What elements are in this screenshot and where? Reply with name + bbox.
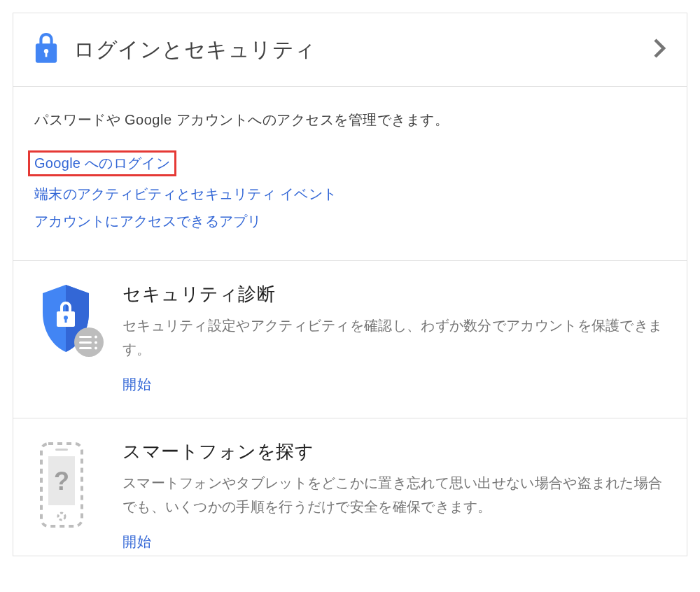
svg-rect-6 — [79, 341, 92, 344]
start-button[interactable]: 開始 — [122, 376, 151, 392]
section-title: セキュリティ診断 — [122, 282, 666, 306]
svg-point-10 — [94, 347, 97, 350]
svg-rect-5 — [79, 336, 92, 338]
phone-question-icon: ? — [34, 439, 111, 551]
svg-point-14 — [58, 513, 65, 520]
link-apps-access[interactable]: アカウントにアクセスできるアプリ — [34, 212, 262, 231]
svg-point-9 — [94, 341, 97, 344]
svg-point-8 — [94, 336, 97, 339]
card-title: ログインとセキュリティ — [74, 36, 653, 64]
card-header[interactable]: ログインとセキュリティ — [13, 13, 687, 87]
svg-rect-15 — [55, 449, 68, 451]
svg-rect-1 — [46, 52, 48, 57]
svg-rect-3 — [65, 318, 67, 323]
section-find-phone: ? スマートフォンを探す スマートフォンやタブレットをどこかに置き忘れて思い出せ… — [13, 418, 687, 556]
start-button[interactable]: 開始 — [122, 534, 151, 549]
section-desc: スマートフォンやタブレットをどこかに置き忘れて思い出せない場合や盗まれた場合でも… — [122, 471, 666, 519]
card-body: パスワードや Google アカウントへのアクセスを管理できます。 Google… — [13, 87, 687, 261]
link-device-activity[interactable]: 端末のアクティビティとセキュリティ イベント — [34, 185, 337, 204]
svg-rect-7 — [79, 347, 92, 349]
link-google-login[interactable]: Google へのログイン — [28, 150, 176, 176]
shield-lock-icon — [34, 282, 111, 394]
section-title: スマートフォンを探す — [122, 439, 666, 464]
chevron-right-icon — [653, 38, 666, 62]
section-content: セキュリティ診断 セキュリティ設定やアクティビティを確認し、わずか数分でアカウン… — [122, 282, 666, 394]
svg-text:?: ? — [54, 467, 69, 495]
lock-icon — [34, 33, 58, 66]
section-content: スマートフォンを探す スマートフォンやタブレットをどこかに置き忘れて思い出せない… — [122, 439, 666, 551]
card-description: パスワードや Google アカウントへのアクセスを管理できます。 — [34, 111, 666, 129]
section-desc: セキュリティ設定やアクティビティを確認し、わずか数分でアカウントを保護できます。 — [122, 313, 666, 361]
section-security-checkup: セキュリティ診断 セキュリティ設定やアクティビティを確認し、わずか数分でアカウン… — [13, 261, 687, 418]
links-list: Google へのログイン 端末のアクティビティとセキュリティ イベント アカウ… — [34, 150, 666, 231]
security-card: ログインとセキュリティ パスワードや Google アカウントへのアクセスを管理… — [13, 13, 687, 556]
